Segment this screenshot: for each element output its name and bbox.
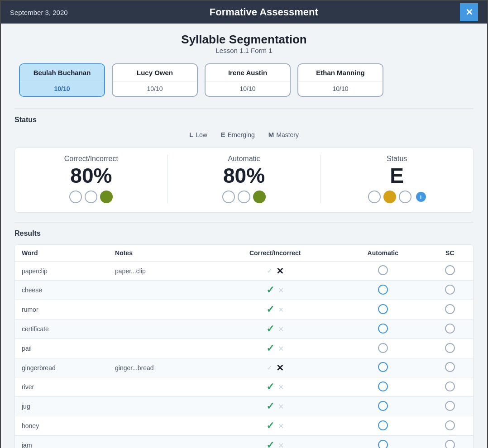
cell-word-5: gingerbread <box>15 358 108 377</box>
students-row: Beulah Buchanan 10/10 Lucy Owen 10/10 Ir… <box>14 63 474 97</box>
dot-ci-1 <box>69 191 82 203</box>
circle-auto-icon <box>378 440 388 448</box>
cell-auto-2 <box>339 300 427 319</box>
legend-low-desc: Low <box>196 131 207 138</box>
results-table-container: Word Notes Correct/Incorrect Automatic S… <box>14 244 474 448</box>
cell-word-8: honey <box>15 416 108 436</box>
cell-ci-4: ✓✕ <box>211 339 339 358</box>
cell-ci-8: ✓✕ <box>211 416 339 436</box>
cell-word-9: jam <box>15 436 108 448</box>
table-row-5: gingerbreadginger...bread✓✕ <box>15 358 473 377</box>
metric-ci-label: Correct/Incorrect <box>15 155 167 163</box>
table-row-2: rumor✓✕ <box>15 300 473 319</box>
legend-mastery-letter: M <box>268 131 274 138</box>
metric-ci-dots <box>15 191 167 203</box>
table-row-3: certificate✓✕ <box>15 319 473 339</box>
student-name-3: Ethan Manning <box>298 64 383 81</box>
table-row-1: cheese✓✕ <box>15 281 473 300</box>
metric-status-value: E <box>321 165 473 186</box>
main-content: Syllable Segmentation Lesson 1.1 Form 1 … <box>1 24 487 448</box>
cell-notes-2 <box>108 300 211 319</box>
circle-sc-icon <box>445 401 455 411</box>
metric-auto-dots <box>168 191 321 203</box>
results-label: Results <box>14 229 474 238</box>
results-section: Results Word Notes Correct/Incorrect Aut… <box>14 229 474 448</box>
circle-sc-icon <box>445 285 455 295</box>
col-sc: SC <box>427 245 473 262</box>
check-icon: ✓ <box>266 323 274 335</box>
cell-notes-1 <box>108 281 211 300</box>
student-card-3[interactable]: Ethan Manning 10/10 <box>297 63 383 97</box>
cell-ci-6: ✓✕ <box>211 377 339 397</box>
cell-ci-5: ✓✕ <box>211 358 339 377</box>
cell-sc-7 <box>427 397 473 416</box>
table-row-0: paperclippaper...clip✓✕ <box>15 262 473 281</box>
cell-notes-8 <box>108 416 211 436</box>
circle-auto-icon <box>378 304 388 314</box>
col-word: Word <box>15 245 108 262</box>
titlebar: September 3, 2020 Formative Assessment ✕ <box>1 1 487 24</box>
x-faded-icon: ✕ <box>278 402 284 411</box>
cell-notes-5: ginger...bread <box>108 358 211 377</box>
status-label: Status <box>14 116 474 124</box>
assessment-subtitle: Lesson 1.1 Form 1 <box>14 47 474 54</box>
legend: L Low E Emerging M Mastery <box>14 131 474 138</box>
x-faded-icon: ✕ <box>278 441 284 448</box>
titlebar-title: Formative Assessment <box>68 6 460 18</box>
student-card-0[interactable]: Beulah Buchanan 10/10 <box>19 63 105 97</box>
legend-emerging-desc: Emerging <box>228 131 255 138</box>
cell-word-0: paperclip <box>15 262 108 281</box>
cell-sc-6 <box>427 377 473 397</box>
student-card-2[interactable]: Irene Austin 10/10 <box>205 63 291 97</box>
dot-auto-1 <box>222 191 235 203</box>
cell-word-1: cheese <box>15 281 108 300</box>
cell-ci-2: ✓✕ <box>211 300 339 319</box>
cell-auto-3 <box>339 319 427 339</box>
metric-correct-incorrect: Correct/Incorrect 80% <box>15 155 167 203</box>
info-icon[interactable]: i <box>416 192 426 202</box>
cell-sc-4 <box>427 339 473 358</box>
assessment-header: Syllable Segmentation Lesson 1.1 Form 1 <box>14 33 474 54</box>
check-icon: ✓ <box>266 439 274 448</box>
student-score-0: 10/10 <box>20 81 104 96</box>
cell-notes-7 <box>108 397 211 416</box>
student-card-1[interactable]: Lucy Owen 10/10 <box>112 63 198 97</box>
dot-status-2 <box>383 191 396 203</box>
dot-status-1 <box>368 191 381 203</box>
status-section: Status L Low E Emerging M Mastery <box>14 116 474 213</box>
circle-auto-icon <box>378 362 388 372</box>
col-auto: Automatic <box>339 245 427 262</box>
cell-word-4: pail <box>15 339 108 358</box>
metric-automatic: Automatic 80% <box>167 155 321 203</box>
cell-sc-8 <box>427 416 473 436</box>
metric-auto-value: 80% <box>168 165 321 186</box>
cell-auto-0 <box>339 262 427 281</box>
legend-emerging-letter: E <box>221 131 225 138</box>
circle-auto-icon <box>378 285 388 295</box>
check-icon: ✓ <box>266 381 274 393</box>
assessment-title: Syllable Segmentation <box>14 33 474 47</box>
circle-sc-icon <box>445 343 455 353</box>
col-ci: Correct/Incorrect <box>211 245 339 262</box>
check-icon: ✓ <box>266 304 274 315</box>
cell-sc-0 <box>427 262 473 281</box>
cell-notes-9 <box>108 436 211 448</box>
student-name-0: Beulah Buchanan <box>20 64 104 81</box>
check-icon: ✓ <box>266 420 274 432</box>
metric-status: Status E i <box>320 155 473 203</box>
circle-sc-icon <box>445 440 455 448</box>
circle-auto-empty-icon <box>378 343 388 353</box>
x-faded-icon: ✕ <box>278 383 284 391</box>
cell-word-7: jug <box>15 397 108 416</box>
check-icon: ✓ <box>266 284 274 296</box>
close-button[interactable]: ✕ <box>460 3 478 21</box>
table-row-8: honey✓✕ <box>15 416 473 436</box>
cell-auto-9 <box>339 436 427 448</box>
titlebar-date: September 3, 2020 <box>10 9 68 16</box>
circle-sc-icon <box>445 304 455 314</box>
circle-sc-icon <box>445 362 455 372</box>
circle-auto-icon <box>378 324 388 334</box>
check-faded-icon: ✓ <box>267 267 273 275</box>
cell-sc-2 <box>427 300 473 319</box>
circle-auto-empty-icon <box>378 265 388 275</box>
